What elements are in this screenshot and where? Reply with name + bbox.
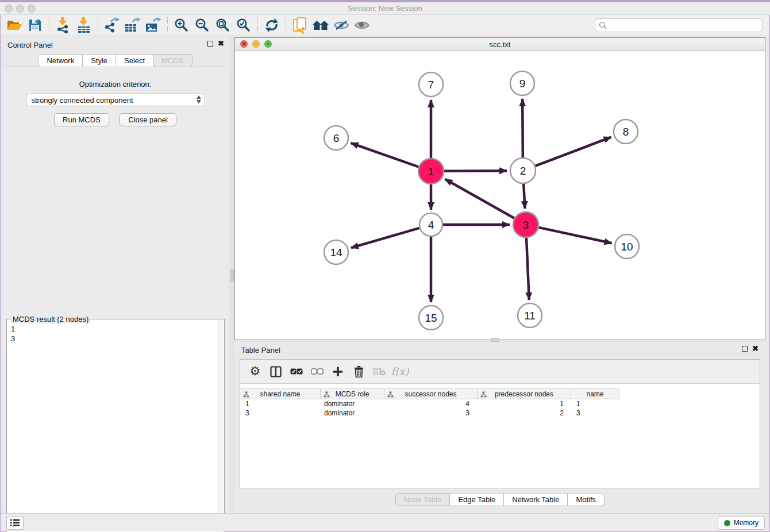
split-columns-icon[interactable] [267, 363, 285, 380]
column-header-name[interactable]: name [571, 388, 619, 399]
graph-node-6[interactable]: 6 [324, 126, 348, 150]
toolbar-separator [49, 17, 49, 33]
graph-node-7[interactable]: 7 [419, 72, 443, 97]
graph-node-3[interactable]: 3 [513, 212, 538, 237]
tab-style[interactable]: Style [83, 54, 116, 67]
tab-select[interactable]: Select [116, 54, 153, 67]
graph-edge-2-9[interactable] [522, 99, 523, 157]
graph-edge-3-1[interactable] [445, 179, 514, 218]
deselect-all-checkboxes-icon[interactable] [308, 363, 326, 380]
float-panel-icon[interactable] [207, 41, 213, 47]
tab-network[interactable]: Network [38, 54, 83, 67]
svg-text:4: 4 [428, 219, 434, 231]
graph-node-15[interactable]: 15 [419, 306, 443, 330]
cell-successor-nodes[interactable]: 4 [384, 399, 478, 408]
cell-predecessor-nodes[interactable]: 2 [478, 408, 571, 418]
tab-node-table[interactable]: Node Table [395, 493, 451, 506]
zoom-in-icon[interactable] [171, 16, 192, 34]
main-toolbar [1, 15, 769, 36]
graph-node-2[interactable]: 2 [510, 158, 536, 183]
network-canvas[interactable]: 7968124314101511 [235, 51, 765, 340]
search-icon [599, 21, 607, 29]
search-input[interactable] [607, 21, 762, 30]
save-icon[interactable] [25, 16, 45, 34]
close-panel-button[interactable]: Close panel [120, 113, 176, 126]
splitter-grip[interactable] [491, 338, 499, 342]
run-mcds-button[interactable]: Run MCDS [54, 113, 109, 126]
cell-successor-nodes[interactable]: 3 [384, 408, 478, 418]
graph-node-1[interactable]: 1 [418, 159, 444, 184]
graph-edge-1-6[interactable] [351, 143, 418, 167]
graph-edge-3-10[interactable] [538, 228, 611, 243]
cell-mcds-role[interactable]: dominator [321, 408, 384, 418]
gear-icon[interactable]: ⚙ [246, 363, 264, 380]
memory-status-dot [724, 520, 730, 526]
delete-trash-icon[interactable] [349, 363, 368, 380]
graph-node-4[interactable]: 4 [419, 213, 442, 236]
network-window-titlebar[interactable]: ✕ − + scc.txt [235, 38, 765, 51]
optimization-criterion-select[interactable]: strongly connected component [26, 94, 205, 106]
svg-text:14: 14 [330, 246, 342, 259]
cell-predecessor-nodes[interactable]: 1 [478, 399, 571, 408]
memory-button[interactable]: Memory [718, 516, 765, 530]
table-row[interactable]: 1 dominator 4 1 1 [240, 399, 760, 408]
tab-network-table[interactable]: Network Table [504, 493, 568, 506]
graph-node-9[interactable]: 9 [510, 71, 534, 95]
result-scrollbar[interactable] [218, 320, 224, 532]
graph-node-10[interactable]: 10 [615, 234, 639, 259]
column-header-predecessor-nodes[interactable]: predecessor nodes [478, 388, 571, 399]
refresh-icon[interactable] [261, 16, 282, 34]
toolbar-separator [167, 17, 168, 33]
export-table-icon[interactable] [122, 16, 143, 34]
zoom-fit-icon[interactable] [213, 16, 233, 34]
import-network-icon[interactable] [53, 16, 74, 34]
cell-mcds-role[interactable]: dominator [321, 399, 384, 408]
float-panel-icon[interactable] [742, 346, 748, 352]
hide-eye-icon[interactable] [331, 16, 352, 34]
memory-label: Memory [734, 519, 759, 527]
cell-shared-name[interactable]: 3 [240, 408, 321, 418]
select-all-checkboxes-icon[interactable] [287, 363, 306, 380]
cell-name[interactable]: 1 [571, 399, 619, 408]
graph-node-11[interactable]: 11 [518, 303, 542, 327]
delete-table-disabled-icon [370, 363, 388, 380]
svg-text:8: 8 [623, 126, 629, 138]
column-header-shared-name[interactable]: shared name [240, 388, 321, 399]
graph-edge-2-3[interactable] [523, 184, 525, 209]
cell-name[interactable]: 3 [571, 408, 619, 418]
column-header-mcds-role[interactable]: MCDS role [321, 388, 384, 399]
network-file-icon[interactable] [290, 16, 310, 34]
cell-shared-name[interactable]: 1 [240, 399, 321, 408]
show-eye-icon[interactable] [352, 16, 372, 34]
tab-motifs[interactable]: Motifs [568, 493, 605, 506]
column-header-successor-nodes[interactable]: successor nodes [384, 388, 478, 399]
tab-mcds[interactable]: MCDS [153, 54, 192, 67]
task-history-button[interactable] [6, 516, 24, 530]
close-panel-icon[interactable]: ✖ [218, 41, 224, 47]
add-row-plus-icon[interactable] [329, 363, 347, 380]
import-table-icon[interactable] [74, 16, 94, 34]
graph-edge-3-11[interactable] [526, 238, 529, 300]
open-folder-icon[interactable] [4, 16, 25, 34]
zoom-out-icon[interactable] [192, 16, 213, 34]
search-box[interactable] [595, 18, 763, 32]
zoom-selected-icon[interactable] [233, 16, 254, 34]
tab-edge-table[interactable]: Edge Table [450, 493, 504, 506]
table-row[interactable]: 3 dominator 3 2 3 [240, 408, 760, 418]
graph-node-14[interactable]: 14 [324, 240, 348, 264]
graph-node-8[interactable]: 8 [614, 119, 638, 144]
svg-text:1: 1 [428, 165, 434, 178]
network-graph[interactable]: 7968124314101511 [235, 51, 765, 340]
first-neighbors-houses-icon[interactable] [310, 16, 331, 34]
splitter-grip[interactable] [230, 269, 234, 282]
graph-edge-4-14[interactable] [351, 228, 419, 248]
export-network-icon[interactable] [102, 16, 122, 34]
graph-edge-2-8[interactable] [536, 137, 611, 166]
control-panel-title: Control Panel [7, 41, 53, 49]
vertical-splitter[interactable] [230, 36, 234, 511]
export-image-icon[interactable] [143, 16, 164, 34]
svg-text:2: 2 [520, 165, 526, 177]
graph-edge-1-2[interactable] [444, 171, 507, 171]
mcds-result-box: MCDS result (2 nodes) 1 3 [6, 319, 225, 532]
close-panel-icon[interactable]: ✖ [752, 346, 759, 352]
